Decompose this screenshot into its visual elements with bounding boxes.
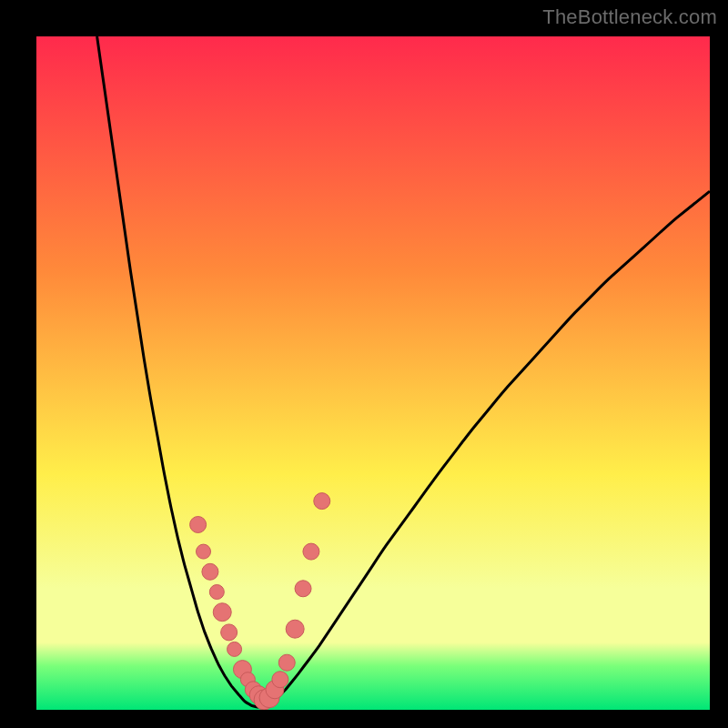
marker-group	[190, 493, 330, 710]
data-point	[213, 603, 231, 622]
data-point	[272, 672, 288, 688]
data-point	[209, 585, 224, 600]
data-point	[221, 624, 238, 641]
data-point	[190, 517, 207, 533]
chart-svg	[36, 36, 710, 710]
chart-frame: TheBottleneck.com	[0, 0, 728, 728]
data-point	[314, 493, 330, 510]
data-point	[228, 642, 242, 656]
data-point	[295, 581, 311, 597]
data-point	[303, 543, 319, 560]
data-point	[278, 654, 295, 671]
data-point	[202, 563, 218, 580]
data-point	[197, 544, 211, 559]
plot-area	[36, 36, 710, 710]
data-point	[286, 620, 304, 638]
watermark-text: TheBottleneck.com	[542, 5, 717, 29]
bottleneck-curve	[97, 36, 710, 707]
